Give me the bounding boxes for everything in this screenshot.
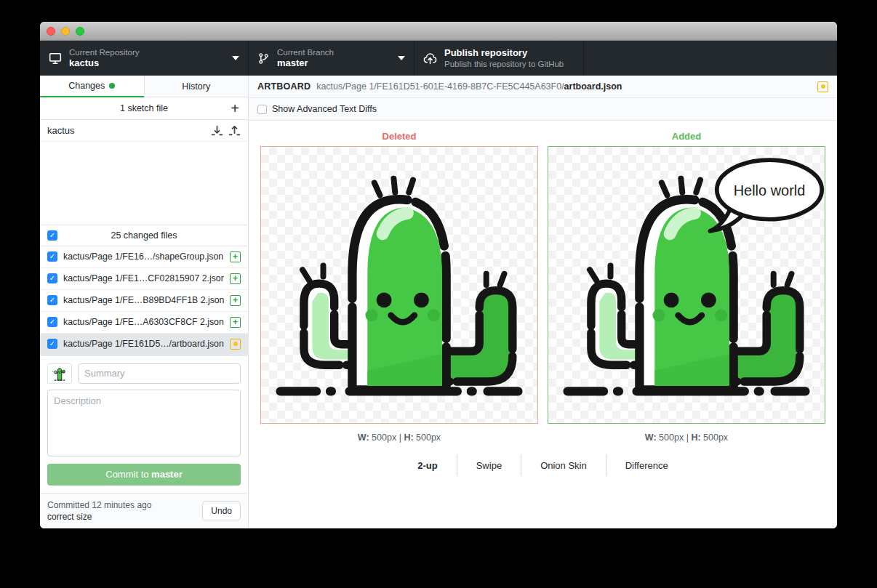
file-path: kactus/Page 1/FE…B89BD4FF1B 2.json — [63, 295, 224, 305]
tab-history[interactable]: History — [144, 76, 249, 97]
speech-bubble: Hello world — [710, 160, 822, 231]
added-label: Added — [672, 131, 701, 142]
import-into-sketch-icon[interactable] — [211, 124, 223, 137]
status-added-icon: + — [230, 251, 241, 262]
titlebar[interactable] — [40, 22, 837, 41]
file-path: kactus/Page 1/FE16…/shapeGroup.json — [63, 251, 224, 262]
current-branch-value: master — [277, 57, 334, 69]
commit-form: Commit to master — [40, 355, 248, 493]
size-separator: | — [686, 432, 689, 443]
breadcrumb-file: artboard.json — [564, 81, 622, 92]
chevron-down-icon — [232, 56, 239, 60]
current-repository-value: kactus — [69, 57, 140, 69]
status-added-icon: + — [230, 273, 241, 284]
sidebar-tabs: Changes History — [40, 76, 248, 97]
deleted-label: Deleted — [383, 131, 417, 142]
current-branch-label: Current Branch — [277, 47, 334, 57]
changed-files-count: 25 changed files — [57, 230, 231, 241]
kactus-avatar-icon — [52, 366, 68, 382]
changes-indicator-dot — [109, 83, 115, 89]
diff-pane: ARTBOARD kactus/Page 1/FE161D51-601E-416… — [249, 76, 837, 528]
file-checkbox[interactable]: ✓ — [47, 317, 57, 327]
file-row[interactable]: ✓ kactus/Page 1/FE…B89BD4FF1B 2.json + — [40, 290, 248, 312]
status-modified-icon — [817, 81, 828, 92]
committed-time-label: Committed 12 minutes ago — [47, 499, 202, 511]
current-repository-button[interactable]: Current Repository kactus — [40, 41, 249, 76]
height-label: H: — [691, 432, 700, 443]
breadcrumb-path: kactus/Page 1/FE161D51-601E-4169-8B7C-FE… — [316, 81, 564, 92]
app-window: Current Repository kactus Current Branch… — [40, 22, 837, 528]
file-path: kactus/Page 1/FE1…CF02815907 2.json — [63, 273, 224, 283]
status-modified-icon — [230, 339, 241, 350]
deleted-column: Deleted W: 500px | H: 500px — [260, 131, 538, 443]
sketch-file-count: 1 sketch file — [40, 103, 248, 113]
chevron-down-icon — [398, 56, 405, 60]
file-path: kactus/Page 1/FE161D5…/artboard.json — [63, 339, 224, 349]
status-added-icon: + — [230, 295, 241, 306]
avatar — [47, 363, 72, 384]
file-path: kactus/Page 1/FE…A6303CF8CF 2.json — [63, 317, 224, 327]
deleted-image — [260, 146, 538, 424]
publish-repository-subtitle: Publish this repository to GitHub — [444, 59, 564, 69]
current-repository-label: Current Repository — [69, 47, 140, 57]
mode-tab-2up[interactable]: 2-up — [399, 456, 456, 475]
file-row[interactable]: ✓ kactus/Page 1/FE16…/shapeGroup.json + — [40, 246, 248, 268]
cactus-illustration-with-bubble: Hello world — [548, 147, 825, 423]
deleted-size-label: W: 500px | H: 500px — [358, 432, 441, 443]
publish-repository-button[interactable]: Publish repository Publish this reposito… — [415, 41, 584, 76]
undo-commit-banner: Committed 12 minutes ago correct size Un… — [40, 493, 248, 528]
file-row-selected[interactable]: ✓ kactus/Page 1/FE161D5…/artboard.json — [40, 334, 248, 355]
added-image: Hello world — [548, 146, 825, 424]
file-row[interactable]: ✓ kactus/Page 1/FE1…CF02815907 2.json + — [40, 268, 248, 290]
summary-input[interactable] — [78, 363, 241, 384]
advanced-diffs-label: Show Advanced Text Diffs — [272, 104, 377, 114]
publish-repository-title: Publish repository — [444, 47, 564, 59]
diff-mode-tabs: 2-up Swipe Onion Skin Difference — [399, 454, 686, 476]
parse-from-sketch-icon[interactable] — [228, 124, 241, 137]
commit-button[interactable]: Commit to master — [47, 464, 241, 486]
toolbar-spacer — [584, 41, 837, 76]
breadcrumb-kind: ARTBOARD — [257, 81, 311, 92]
sidebar-spacer — [40, 142, 248, 225]
image-diff-area: Deleted W: 500px | H: 500px — [249, 121, 837, 528]
file-checkbox[interactable]: ✓ — [47, 295, 57, 305]
file-checkbox[interactable]: ✓ — [47, 339, 57, 349]
monitor-icon — [49, 52, 62, 65]
file-row[interactable]: ✓ kactus/Page 1/FE…A6303CF8CF 2.json + — [40, 312, 248, 334]
tab-changes-label: Changes — [68, 81, 105, 91]
minimize-window-button[interactable] — [61, 27, 70, 36]
mode-tab-difference[interactable]: Difference — [606, 456, 687, 475]
mode-tab-swipe[interactable]: Swipe — [457, 456, 521, 475]
mode-tab-onion-skin[interactable]: Onion Skin — [521, 456, 606, 475]
tab-changes[interactable]: Changes — [40, 76, 144, 97]
zoom-window-button[interactable] — [76, 27, 84, 36]
height-label: H: — [404, 432, 413, 443]
advanced-diffs-row: Show Advanced Text Diffs — [249, 98, 837, 121]
bubble-text: Hello world — [734, 182, 806, 198]
commit-button-branch: master — [151, 469, 183, 480]
width-value: 500px — [372, 432, 396, 443]
status-added-icon: + — [230, 317, 241, 328]
select-all-checkbox[interactable]: ✓ — [47, 230, 57, 241]
current-branch-button[interactable]: Current Branch master — [249, 41, 415, 76]
toolbar: Current Repository kactus Current Branch… — [40, 41, 837, 76]
description-input[interactable] — [47, 390, 241, 456]
close-window-button[interactable] — [47, 27, 55, 36]
cloud-upload-icon — [423, 52, 437, 65]
height-value: 500px — [703, 432, 728, 443]
undo-button[interactable]: Undo — [202, 502, 241, 520]
git-branch-icon — [257, 52, 270, 65]
width-label: W: — [358, 432, 369, 443]
commit-button-prefix: Commit to — [105, 469, 151, 480]
last-commit-message: correct size — [47, 511, 202, 523]
width-label: W: — [645, 432, 657, 443]
added-column: Added Hello world — [548, 131, 825, 443]
sketch-file-name: kactus — [47, 125, 206, 136]
file-checkbox[interactable]: ✓ — [47, 273, 57, 283]
sketch-file-row[interactable]: kactus — [40, 120, 248, 142]
size-separator: | — [399, 432, 401, 443]
file-checkbox[interactable]: ✓ — [47, 251, 57, 262]
advanced-diffs-checkbox[interactable] — [257, 105, 267, 114]
added-size-label: W: 500px | H: 500px — [645, 432, 728, 443]
add-sketch-file-button[interactable]: + — [228, 97, 242, 119]
